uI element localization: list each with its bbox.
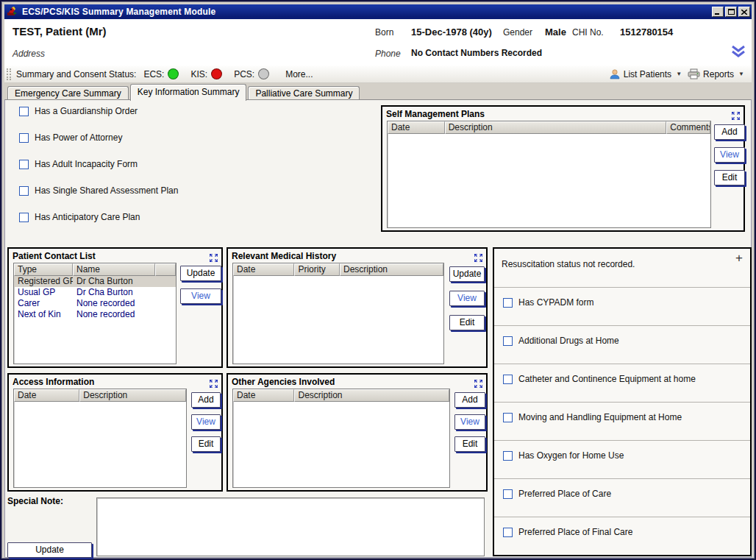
maximize-button[interactable] [725, 7, 737, 17]
tab-key-information-summary[interactable]: Key Information Summary [130, 84, 247, 101]
more-link[interactable]: More... [285, 69, 313, 79]
access-information-add-button[interactable]: Add [191, 392, 221, 408]
chi-value: 1512780154 [620, 26, 673, 38]
reports-dropdown-icon: ▼ [738, 71, 744, 77]
contact-row-usual-gp[interactable]: Usual GP Dr Cha Burton [14, 287, 176, 298]
user-icon [609, 68, 621, 80]
toolbar-grip[interactable] [7, 68, 11, 80]
self-management-plans-panel: Self Management Plans Date Description C… [381, 105, 745, 232]
access-information-list[interactable]: Date Description [13, 389, 187, 488]
access-information-expand-button[interactable] [210, 378, 218, 391]
contact-type: Registered GP [14, 276, 73, 287]
contact-row-next-of-kin[interactable]: Next of Kin None recorded [14, 309, 176, 320]
contact-type: Usual GP [14, 287, 73, 298]
self-management-plans-list[interactable]: Date Description Comments [387, 121, 711, 228]
adult-incapacity-checkbox[interactable] [19, 160, 29, 169]
column-header[interactable]: Date [233, 389, 294, 402]
tab-emergency-care-summary[interactable]: Emergency Care Summary [7, 86, 129, 100]
medical-history-edit-button[interactable]: Edit [449, 315, 485, 330]
guardianship-order-checkbox[interactable] [19, 107, 29, 116]
other-agencies-add-button[interactable]: Add [454, 392, 485, 408]
close-button[interactable] [738, 7, 750, 17]
oxygen-row: Has Oxygen for Home Use [494, 441, 750, 479]
preferred-place-final-care-checkbox[interactable] [503, 528, 513, 537]
other-agencies-view-button[interactable]: View [454, 414, 485, 430]
additional-drugs-checkbox[interactable] [503, 336, 513, 346]
column-header[interactable] [155, 263, 176, 276]
column-header[interactable]: Name [73, 263, 155, 276]
expand-icon [210, 380, 218, 388]
kis-label: KIS: [190, 69, 207, 79]
guardianship-order-row: Has a Guardianship Order [19, 106, 138, 116]
other-agencies-edit-button[interactable]: Edit [454, 436, 485, 452]
access-information-view-button[interactable]: View [191, 414, 221, 430]
contact-row-carer[interactable]: Carer None recorded [14, 298, 176, 309]
access-information-edit-button[interactable]: Edit [191, 436, 221, 452]
preferred-place-final-care-row: Preferred Place of Final Care [494, 517, 750, 558]
oxygen-checkbox[interactable] [503, 451, 513, 461]
expand-icon [474, 380, 482, 388]
contact-row-registered-gp[interactable]: Registered GP Dr Cha Burton [14, 276, 176, 287]
column-header[interactable]: Type [14, 263, 73, 276]
self-management-add-button[interactable]: Add [714, 124, 745, 140]
medical-history-list[interactable]: Date Priority Description [232, 263, 444, 364]
column-header[interactable]: Date [14, 389, 79, 402]
column-header[interactable]: Description [294, 389, 449, 402]
special-note-textarea[interactable] [96, 497, 485, 556]
expand-icon [732, 112, 740, 120]
power-of-attorney-checkbox[interactable] [19, 133, 29, 143]
patient-contact-view-button[interactable]: View [180, 288, 221, 304]
column-header[interactable]: Priority [294, 263, 340, 276]
self-management-expand-button[interactable] [732, 110, 740, 123]
pcs-label: PCS: [234, 69, 254, 79]
column-header[interactable]: Comments [666, 121, 710, 134]
reports-label: Reports [703, 69, 734, 79]
medical-history-view-button[interactable]: View [449, 291, 485, 306]
cypadm-row: Has CYPADM form [494, 288, 750, 326]
column-header[interactable]: Description [340, 263, 443, 276]
relevant-medical-history-title: Relevant Medical History [228, 249, 486, 261]
expand-header-button[interactable] [730, 46, 746, 61]
window-frame: ECS/PCS/KIS Summary Management Module TE… [1, 1, 755, 559]
contact-name: None recorded [73, 309, 176, 320]
shared-assessment-checkbox[interactable] [19, 186, 29, 196]
cypadm-checkbox[interactable] [503, 298, 513, 308]
printer-icon [688, 68, 700, 79]
column-header[interactable]: Date [388, 121, 445, 134]
anticipatory-care-checkbox[interactable] [19, 213, 29, 222]
preferred-place-care-checkbox[interactable] [503, 489, 513, 499]
kis-status-indicator [211, 68, 222, 79]
catheter-continence-checkbox[interactable] [503, 375, 513, 384]
tab-palliative-care-summary[interactable]: Palliative Care Summary [248, 86, 360, 100]
medical-history-expand-button[interactable] [474, 252, 482, 265]
reports-button[interactable]: Reports ▼ [686, 67, 746, 81]
app-icon[interactable] [7, 6, 18, 18]
add-resuscitation-button[interactable]: + [735, 252, 743, 264]
moving-handling-checkbox[interactable] [503, 413, 513, 422]
access-information-title: Access Information [9, 375, 221, 387]
self-management-view-button[interactable]: View [714, 147, 745, 163]
expand-icon [210, 254, 218, 262]
patient-contact-expand-button[interactable] [210, 252, 218, 265]
minimize-button[interactable] [712, 7, 724, 17]
anticipatory-care-label: Has Anticipatory Care Plan [35, 212, 140, 222]
contact-name: Dr Cha Burton [73, 287, 176, 298]
other-agencies-expand-button[interactable] [474, 378, 482, 391]
column-header[interactable]: Description [445, 121, 667, 134]
preferred-place-final-care-inner: Preferred Place of Final Care [503, 527, 632, 537]
list-patients-button[interactable]: List Patients ▼ [607, 67, 683, 82]
contact-name: None recorded [73, 298, 176, 309]
self-management-edit-button[interactable]: Edit [714, 170, 745, 185]
medical-history-update-button[interactable]: Update [449, 266, 485, 282]
power-of-attorney-row: Has Power of Attorney [19, 132, 122, 143]
column-header[interactable]: Description [79, 389, 186, 402]
other-agencies-list[interactable]: Date Description [232, 389, 450, 488]
column-header[interactable]: Date [233, 263, 294, 276]
shared-assessment-row: Has Single Shared Assessment Plan [19, 185, 178, 196]
special-note-update-button[interactable]: Update [7, 542, 92, 558]
patient-contact-list[interactable]: Type Name Registered GP Dr Cha Burton Us… [13, 263, 176, 364]
additional-drugs-inner: Additional Drugs at Home [503, 336, 619, 346]
shared-assessment-label: Has Single Shared Assessment Plan [35, 185, 178, 196]
patient-contact-update-button[interactable]: Update [180, 266, 221, 281]
gender-value: Male [545, 26, 566, 38]
